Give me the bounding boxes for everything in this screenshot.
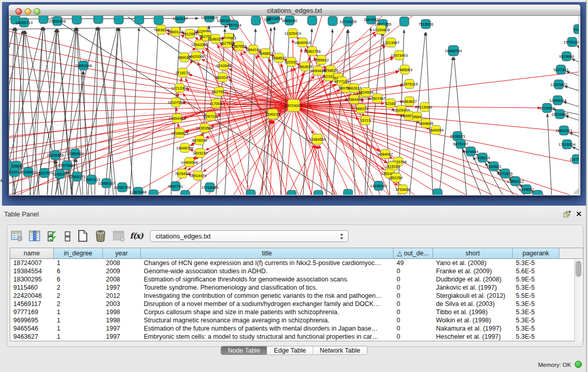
column-header-pagerank[interactable]: pagerank: [513, 248, 559, 258]
cell-short: de Silva et al. (2003): [433, 300, 513, 308]
graph-node[interactable]: [149, 190, 158, 195]
graph-node[interactable]: [135, 16, 144, 24]
scrollbar-thumb[interactable]: [576, 261, 581, 277]
table-row[interactable]: 911546021997Tourette syndrome. Phenomeno…: [10, 283, 583, 292]
graph-node-label: 10409948: [181, 160, 198, 165]
citation-network-graph[interactable]: 1405571320691406198319716033809108532577…: [9, 16, 579, 195]
graph-node[interactable]: [9, 160, 12, 169]
window-resize-grip[interactable]: [573, 188, 579, 194]
window-title: citations_edges.txt: [9, 7, 580, 14]
cell-title: Structural magnetic resonance image aver…: [141, 316, 394, 324]
right-edge-divider[interactable]: [586, 0, 588, 372]
graph-node[interactable]: [251, 16, 260, 25]
graph-edge: [51, 160, 55, 195]
column-header-year[interactable]: year: [103, 248, 141, 258]
graph-node-label: 62160: [385, 101, 396, 106]
graph-node-label: 11353594: [197, 126, 213, 130]
graph-node[interactable]: [533, 190, 542, 195]
left-panel-collapse-arrow-icon[interactable]: [0, 179, 2, 183]
cell-pagerank: 5.3E-5: [513, 316, 559, 324]
select-columns-icon[interactable]: [28, 230, 41, 243]
graph-node-label: 9463627: [402, 99, 417, 104]
table-row[interactable]: 946362711997Embryonic stem cells: a mode…: [10, 333, 583, 341]
toggle-row-height-icon[interactable]: [64, 230, 71, 243]
column-header-name[interactable]: name: [10, 248, 54, 258]
graph-node[interactable]: [308, 16, 317, 25]
tab-node-table[interactable]: Node Table: [221, 346, 267, 355]
cell-name: 9699695: [10, 316, 54, 324]
graph-edge: [565, 116, 580, 121]
graph-node-label: 9084067: [378, 152, 393, 157]
graph-node-label: 9227343: [553, 68, 568, 72]
cell-title: Estimation of the future numbers of pati…: [141, 324, 394, 333]
close-panel-icon[interactable]: ✕: [575, 211, 582, 218]
table-row[interactable]: 1938455462009Genome‑wide association stu…: [10, 267, 583, 275]
graph-node-label: 16543362: [191, 42, 208, 47]
graph-node[interactable]: [114, 16, 123, 24]
graph-edge: [130, 28, 139, 195]
graph-node-label: 6466160: [282, 18, 297, 23]
cell-out_de: 49: [394, 259, 433, 267]
cell-title: Embryonic stem cells: a model to study s…: [141, 333, 394, 341]
new-file-icon[interactable]: [76, 230, 89, 243]
graph-node-label: 16107553: [167, 100, 184, 105]
delete-icon[interactable]: [94, 230, 107, 243]
graph-node-label: 16033809: [201, 16, 217, 20]
cell-year: 1998: [103, 316, 141, 324]
graph-node-label: 22420046: [187, 54, 204, 59]
graph-node[interactable]: [246, 190, 255, 195]
table-row[interactable]: 946554611997Estimation of the future num…: [10, 324, 583, 333]
graph-node[interactable]: [328, 16, 337, 26]
graph-node-label: 9584: [413, 115, 422, 119]
cell-pagerank: 5.6E-5: [513, 267, 559, 275]
graph-node-label: 8427552: [211, 90, 226, 94]
graph-node-label: 7955812: [314, 58, 329, 62]
float-window-icon[interactable]: [563, 211, 571, 218]
table-row[interactable]: 2242004622012Investigating the contribut…: [10, 292, 583, 300]
tab-edge-table[interactable]: Edge Table: [267, 346, 312, 355]
graph-node-label: 6479197: [453, 142, 468, 146]
table-row[interactable]: 969969511998Structural magnetic resonanc…: [10, 316, 583, 324]
table-settings-icon[interactable]: [10, 230, 23, 243]
graph-node-label: 16914479: [189, 173, 206, 178]
graph-node[interactable]: [433, 189, 442, 195]
graph-node[interactable]: [287, 190, 296, 195]
column-header-title[interactable]: title: [141, 248, 394, 258]
table-select-dropdown[interactable]: citations_edges.txt: [150, 230, 349, 242]
table-row[interactable]: 1456911722003Disruption of a novel membe…: [10, 300, 583, 308]
cell-pagerank: 5.5E-5: [513, 292, 559, 300]
graph-node[interactable]: [314, 190, 323, 195]
network-view-window[interactable]: citations_edges.txt 14055713206914061983…: [9, 5, 580, 195]
graph-node[interactable]: [72, 16, 81, 24]
cell-short: Nakamura et al. (1997): [433, 324, 513, 333]
graph-node[interactable]: [94, 16, 103, 24]
graph-edge: [149, 28, 159, 195]
select-rows-icon[interactable]: [46, 230, 59, 243]
memory-status-indicator[interactable]: [575, 361, 582, 368]
cell-title: Tourette syndrome. Phenomenology and cla…: [141, 283, 394, 292]
graph-node[interactable]: [39, 16, 48, 24]
cell-year: 2009: [103, 267, 141, 275]
table-vertical-scrollbar[interactable]: [574, 259, 582, 341]
table-row[interactable]: 1872400712008Changes of HCN gene express…: [10, 259, 583, 267]
cell-name: 22420046: [10, 292, 54, 300]
column-header-short[interactable]: short: [433, 248, 513, 258]
graph-node[interactable]: [181, 190, 190, 195]
function-builder-icon[interactable]: f(x): [130, 230, 143, 243]
graph-node-label: 19654983: [168, 116, 185, 121]
graph-node[interactable]: [400, 17, 409, 26]
cell-year: 2008: [103, 275, 141, 283]
graph-node[interactable]: [154, 16, 163, 25]
cell-out_de: 0: [394, 316, 433, 324]
table-row[interactable]: 1830029562008Estimation of significance …: [10, 275, 583, 283]
column-header-out_de[interactable]: △ out_de...: [394, 248, 433, 258]
graph-node[interactable]: [343, 189, 353, 195]
network-canvas[interactable]: 1405571320691406198319716033809108532577…: [9, 16, 579, 195]
cell-name: 9465546: [10, 324, 54, 333]
network-window-titlebar[interactable]: citations_edges.txt: [9, 5, 580, 16]
column-header-in_degree[interactable]: in_degree: [54, 248, 103, 258]
tab-network-table[interactable]: Network Table: [313, 346, 367, 355]
table-row[interactable]: 977716911998Corpus callosum shape and si…: [10, 308, 583, 316]
cell-out_de: 0: [394, 267, 433, 275]
cell-title: Changes of HCN gene expression and I(f) …: [141, 259, 394, 267]
